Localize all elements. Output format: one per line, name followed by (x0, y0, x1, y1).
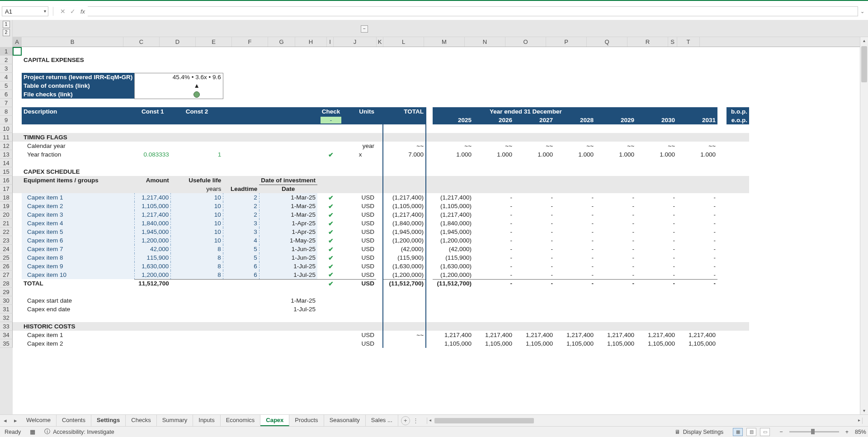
row-header-20[interactable]: 20 (0, 210, 13, 219)
column-header-H[interactable]: H (295, 37, 327, 47)
row-header-34[interactable]: 34 (0, 331, 13, 339)
row-header-26[interactable]: 26 (0, 262, 13, 271)
accessibility-status[interactable]: ⓘ Accessibility: Investigate (40, 428, 118, 436)
column-header-E[interactable]: E (196, 37, 232, 47)
outline-level-1[interactable]: 1 (3, 21, 10, 28)
horizontal-scrollbar[interactable]: ◂ ▸ (427, 418, 863, 424)
row-header-16[interactable]: 16 (0, 176, 13, 185)
row-header-35[interactable]: 35 (0, 339, 13, 348)
hscroll-left-icon[interactable]: ◂ (427, 418, 434, 423)
capex-item-9[interactable]: Capex item 9 (22, 262, 135, 271)
toc-icon[interactable]: ▲ (171, 81, 223, 90)
capex-item-6[interactable]: Capex item 6 (22, 236, 135, 245)
row-header-18[interactable]: 18 (0, 193, 13, 202)
column-header-L[interactable]: L (383, 37, 424, 47)
scroll-thumb[interactable] (861, 46, 867, 82)
column-header-K[interactable]: K (377, 37, 383, 47)
column-header-M[interactable]: M (424, 37, 465, 47)
sheet-tab-sales-[interactable]: Sales ... (366, 415, 398, 426)
tab-nav-prev-icon[interactable]: ◂ (0, 417, 10, 424)
column-header-O[interactable]: O (505, 37, 546, 47)
outline-collapse[interactable]: − (361, 25, 368, 33)
outline-level-2[interactable]: 2 (3, 29, 10, 36)
column-header-S[interactable]: S (668, 37, 677, 47)
row-header-9[interactable]: 9 (0, 116, 13, 124)
row-header-4[interactable]: 4 (0, 73, 13, 81)
row-header-1[interactable]: 1 (0, 47, 13, 56)
row-header-2[interactable]: 2 (0, 56, 13, 64)
row-header-5[interactable]: 5 (0, 81, 13, 90)
zoom-value[interactable]: 85% (855, 429, 866, 435)
capex-item-4[interactable]: Capex item 4 (22, 219, 135, 228)
cancel-icon[interactable]: ✕ (58, 8, 68, 15)
sheet-tab-welcome[interactable]: Welcome (21, 415, 57, 426)
capex-item-5[interactable]: Capex item 5 (22, 228, 135, 236)
scroll-down-icon[interactable]: ▾ (860, 407, 868, 414)
row-header-33[interactable]: 33 (0, 322, 13, 331)
scroll-up-icon[interactable]: ▴ (860, 37, 868, 44)
view-page-layout-button[interactable]: ▥ (746, 428, 756, 436)
column-header-B[interactable]: B (22, 37, 123, 47)
view-normal-button[interactable]: ▦ (733, 428, 743, 436)
row-header-21[interactable]: 21 (0, 219, 13, 228)
vertical-scrollbar[interactable]: ▴ ▾ (860, 37, 868, 414)
sheet-tab-settings[interactable]: Settings (91, 415, 126, 426)
sheet-tab-economics[interactable]: Economics (221, 415, 261, 426)
column-header-A[interactable]: A (13, 37, 22, 47)
row-header-13[interactable]: 13 (0, 150, 13, 159)
zoom-out-button[interactable]: − (779, 429, 783, 435)
row-header-32[interactable]: 32 (0, 314, 13, 322)
zoom-knob[interactable] (811, 429, 815, 434)
spreadsheet[interactable]: CAPITAL EXPENSESProject returns (levered… (13, 47, 749, 348)
sheet-tab-inputs[interactable]: Inputs (193, 415, 220, 426)
column-header-G[interactable]: G (268, 37, 295, 47)
zoom-in-button[interactable]: + (845, 429, 849, 435)
grid-area[interactable]: ABCDEFGHIJKLMNOPQRST CAPITAL EXPENSESPro… (13, 37, 868, 414)
row-header-27[interactable]: 27 (0, 271, 13, 279)
fx-icon[interactable]: fx (80, 8, 85, 15)
name-box[interactable]: A1 ▾ (2, 6, 48, 16)
tab-nav-next-icon[interactable]: ▸ (10, 417, 21, 424)
row-header-30[interactable]: 30 (0, 296, 13, 305)
row-header-6[interactable]: 6 (0, 90, 13, 99)
file-checks-link[interactable]: File checks (link) (22, 90, 135, 99)
sheet-tab-contents[interactable]: Contents (57, 415, 91, 426)
row-header-23[interactable]: 23 (0, 236, 13, 245)
row-header-31[interactable]: 31 (0, 305, 13, 314)
sheet-tab-checks[interactable]: Checks (126, 415, 156, 426)
capex-item-8[interactable]: Capex item 8 (22, 253, 135, 262)
row-header-12[interactable]: 12 (0, 142, 13, 150)
formula-expand-icon[interactable]: ⌄ (858, 9, 866, 14)
sheet-tab-capex[interactable]: Capex (260, 415, 289, 426)
column-header-R[interactable]: R (627, 37, 668, 47)
row-header-24[interactable]: 24 (0, 245, 13, 253)
row-header-7[interactable]: 7 (0, 99, 13, 107)
capex-item-2[interactable]: Capex item 2 (22, 202, 135, 210)
toc-link[interactable]: Table of contents (link) (22, 81, 135, 90)
column-header-T[interactable]: T (677, 37, 700, 47)
capex-item-1[interactable]: Capex item 1 (22, 193, 135, 202)
view-page-break-button[interactable]: ▭ (760, 428, 770, 436)
add-sheet-button[interactable]: + (401, 416, 410, 425)
column-header-I[interactable]: I (327, 37, 334, 47)
capex-item-3[interactable]: Capex item 3 (22, 210, 135, 219)
column-header-J[interactable]: J (334, 37, 377, 47)
column-header-P[interactable]: P (546, 37, 587, 47)
row-header-19[interactable]: 19 (0, 202, 13, 210)
row-header-17[interactable]: 17 (0, 185, 13, 193)
row-header-10[interactable]: 10 (0, 124, 13, 133)
macro-record-icon[interactable]: ▦ (25, 428, 40, 435)
column-header-C[interactable]: C (123, 37, 160, 47)
row-header-15[interactable]: 15 (0, 167, 13, 176)
name-box-dropdown-icon[interactable]: ▾ (44, 9, 46, 14)
sheet-tab-products[interactable]: Products (289, 415, 324, 426)
hscroll-thumb[interactable] (434, 418, 534, 423)
sheet-tab-summary[interactable]: Summary (157, 415, 193, 426)
capex-item-7[interactable]: Capex item 7 (22, 245, 135, 253)
row-header-28[interactable]: 28 (0, 279, 13, 288)
row-header-11[interactable]: 11 (0, 133, 13, 142)
row-header-25[interactable]: 25 (0, 253, 13, 262)
column-header-D[interactable]: D (160, 37, 196, 47)
row-header-14[interactable]: 14 (0, 159, 13, 167)
column-header-F[interactable]: F (232, 37, 268, 47)
